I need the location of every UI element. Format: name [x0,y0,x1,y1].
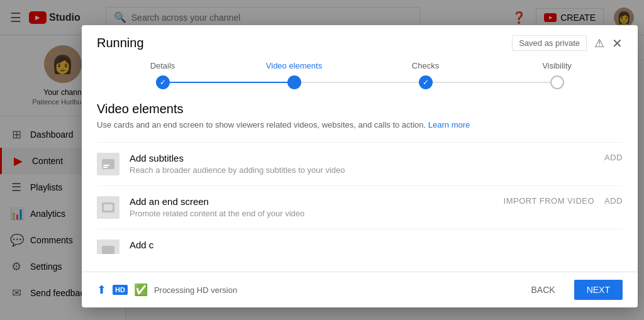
step-circle-checks: ✓ [419,75,433,89]
cards-icon [97,240,119,254]
back-button[interactable]: BACK [520,280,567,300]
element-actions-subtitles: ADD [604,153,623,162]
steps-bar: Details ✓ Video elements Checks ✓ [82,51,638,89]
step-video-elements: Video elements [228,61,360,89]
element-name-cards: Add c [130,240,623,250]
element-info-end-screen: Add an end screen Promote related conten… [130,196,494,218]
end-screen-icon [97,196,119,219]
footer-right: BACK NEXT [520,280,623,300]
learn-more-link[interactable]: Learn more [428,120,470,130]
section-title: Video elements [97,102,623,116]
step-circle-visibility [550,75,564,89]
upload-icon[interactable]: ⬆ [97,283,106,297]
modal-body: Video elements Use cards and an end scre… [82,89,638,272]
step-circle-video-elements [287,75,301,89]
element-info-subtitles: Add subtitles Reach a broader audience b… [130,153,594,175]
step-visibility: Visibility [491,61,623,89]
hd-badge: HD [113,285,128,295]
processing-text: Processing HD version [154,285,237,295]
step-label-visibility: Visibility [542,61,572,70]
element-row-subtitles: Add subtitles Reach a broader audience b… [97,142,623,185]
saved-badge: Saved as private [512,35,587,51]
close-icon[interactable]: ✕ [612,36,623,51]
end-screen-add-button[interactable]: ADD [604,196,623,206]
element-name-subtitles: Add subtitles [130,153,594,163]
element-name-end-screen: Add an end screen [130,196,494,207]
step-details: Details ✓ [97,61,228,89]
import-from-video-button[interactable]: IMPORT FROM VIDEO [504,196,595,206]
subtitles-icon [97,153,119,175]
subtitles-add-button[interactable]: ADD [604,153,623,162]
upload-modal: Running Saved as private ⚠ ✕ Details ✓ V… [82,25,638,307]
footer-left: ⬆ HD ✅ Processing HD version [97,283,237,297]
element-actions-end-screen: IMPORT FROM VIDEO ADD [504,196,623,206]
step-checks: Checks ✓ [360,61,491,89]
step-label-checks: Checks [412,61,439,70]
svg-rect-1 [103,165,109,166]
element-info-cards: Add c [130,240,623,252]
element-row-end-screen: Add an end screen Promote related conten… [97,185,623,229]
section-desc: Use cards and an end screen to show view… [97,120,623,130]
step-circle-details: ✓ [156,75,170,89]
element-desc-subtitles: Reach a broader audience by adding subti… [130,165,594,175]
svg-rect-5 [102,246,114,254]
section-desc-text: Use cards and an end screen to show view… [97,120,428,130]
element-row-cards: Add c [97,229,623,254]
modal-header-actions: Saved as private ⚠ ✕ [512,35,623,51]
step-label-details: Details [150,61,175,70]
next-button[interactable]: NEXT [574,280,623,300]
warning-icon[interactable]: ⚠ [594,36,604,50]
svg-rect-4 [104,204,113,211]
check-circle-icon: ✅ [134,283,148,297]
step-label-video-elements: Video elements [266,61,322,70]
svg-rect-2 [103,167,108,168]
modal-header: Running Saved as private ⚠ ✕ [82,25,638,51]
modal-title: Running [97,36,144,50]
element-desc-end-screen: Promote related content at the end of yo… [130,209,494,218]
modal-footer: ⬆ HD ✅ Processing HD version BACK NEXT [82,272,638,307]
